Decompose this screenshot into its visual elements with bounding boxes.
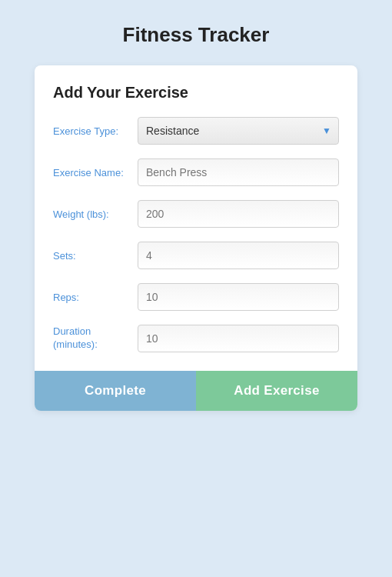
complete-button[interactable]: Complete — [35, 371, 196, 411]
card-footer: Complete Add Exercise — [35, 371, 357, 411]
sets-row: Sets: — [53, 242, 339, 269]
weight-label: Weight (lbs): — [53, 208, 138, 220]
exercise-name-label: Exercise Name: — [53, 167, 138, 178]
sets-input[interactable] — [138, 242, 339, 269]
reps-label: Reps: — [53, 292, 138, 303]
exercise-type-select[interactable]: Cardio Resistance Flexibility Balance — [138, 117, 339, 145]
exercise-type-label: Exercise Type: — [53, 125, 138, 137]
duration-label: Duration(minutes): — [53, 325, 138, 352]
duration-input[interactable] — [138, 325, 339, 352]
exercise-name-input[interactable] — [138, 158, 339, 186]
sets-label: Sets: — [53, 250, 138, 262]
reps-input[interactable] — [138, 283, 339, 311]
card-title: Add Your Exercise — [35, 84, 357, 117]
add-exercise-button[interactable]: Add Exercise — [196, 371, 357, 411]
exercise-card: Add Your Exercise Exercise Type: Cardio … — [35, 65, 357, 411]
exercise-type-wrapper: Cardio Resistance Flexibility Balance ▼ — [138, 117, 339, 145]
exercise-type-row: Exercise Type: Cardio Resistance Flexibi… — [53, 117, 339, 145]
page-title: Fitness Tracker — [123, 23, 270, 47]
weight-input[interactable] — [138, 200, 339, 228]
exercise-name-row: Exercise Name: — [53, 158, 339, 186]
exercise-form: Exercise Type: Cardio Resistance Flexibi… — [35, 117, 357, 352]
weight-row: Weight (lbs): — [53, 200, 339, 228]
duration-row: Duration(minutes): — [53, 325, 339, 352]
reps-row: Reps: — [53, 283, 339, 311]
